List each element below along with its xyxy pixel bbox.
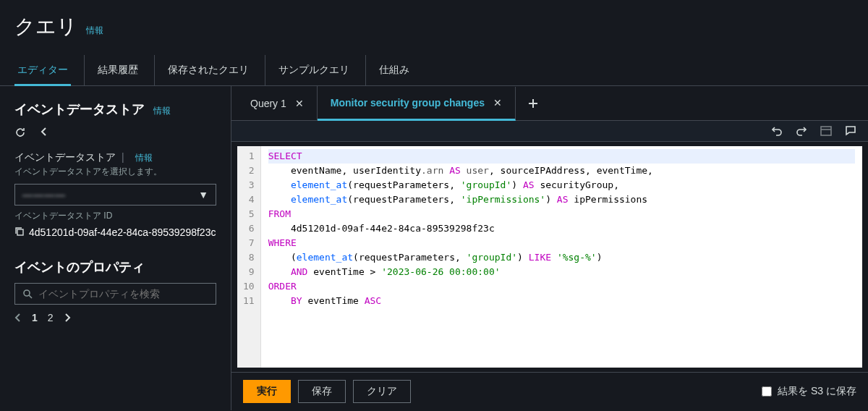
search-icon (22, 289, 33, 299)
svg-rect-0 (17, 229, 23, 235)
file-tab-query1[interactable]: Query 1 ✕ (237, 86, 318, 120)
page-info-link[interactable]: 情報 (86, 25, 103, 35)
tab-editor[interactable]: エディター (14, 55, 71, 85)
tab-history[interactable]: 結果履歴 (84, 55, 141, 85)
save-to-s3-checkbox[interactable]: 結果を S3 に保存 (762, 385, 856, 398)
tab-saved[interactable]: 保存されたクエリ (154, 55, 252, 85)
datastore-id-label: イベントデータストア ID (14, 210, 216, 222)
file-tab-label: Monitor security group changes (331, 97, 485, 109)
refresh-icon[interactable] (14, 127, 26, 138)
datastore-select[interactable]: ———— ▼ (14, 184, 216, 206)
pager-next-icon[interactable] (64, 313, 71, 322)
tab-how[interactable]: 仕組み (365, 55, 412, 85)
close-icon[interactable]: ✕ (493, 97, 502, 109)
datastore-selected-value: ———— (22, 189, 66, 200)
property-search[interactable] (14, 283, 216, 305)
properties-title: イベントのプロパティ (14, 258, 145, 276)
add-tab-button[interactable] (516, 98, 550, 109)
page-title: クエリ (14, 13, 77, 41)
tab-sample[interactable]: サンプルクエリ (265, 55, 352, 85)
datastore-info-link[interactable]: 情報 (153, 106, 171, 116)
code-editor[interactable]: 1234567891011 SELECT eventName, userIden… (237, 146, 862, 368)
main-tabs: エディター 結果履歴 保存されたクエリ サンプルクエリ 仕組み (0, 55, 868, 86)
file-tab-monitor[interactable]: Monitor security group changes ✕ (318, 87, 516, 121)
format-icon[interactable] (820, 126, 832, 136)
back-icon[interactable] (39, 127, 49, 138)
copy-icon[interactable] (14, 226, 25, 237)
datastore-label: イベントデータストア (14, 151, 116, 163)
svg-point-1 (24, 290, 30, 296)
datastore-title: イベントデータストア (14, 101, 145, 118)
undo-icon[interactable] (771, 125, 783, 137)
save-button[interactable]: 保存 (298, 380, 346, 403)
redo-icon[interactable] (796, 125, 807, 137)
pager-prev-icon[interactable] (14, 313, 22, 322)
close-icon[interactable]: ✕ (295, 98, 304, 109)
comment-icon[interactable] (845, 125, 856, 137)
datastore-hint: イベントデータストアを選択します。 (14, 166, 216, 178)
run-button[interactable]: 実行 (243, 380, 291, 403)
svg-rect-2 (821, 127, 831, 135)
pager-page-2[interactable]: 2 (48, 312, 54, 323)
save-to-s3-label: 結果を S3 に保存 (778, 385, 856, 398)
chevron-down-icon: ▼ (198, 189, 208, 200)
clear-button[interactable]: クリア (353, 380, 411, 403)
pager-page-1[interactable]: 1 (32, 312, 38, 323)
datastore-label-info[interactable]: 情報 (135, 153, 153, 163)
file-tab-label: Query 1 (250, 98, 286, 109)
save-to-s3-input[interactable] (762, 386, 772, 397)
property-search-input[interactable] (38, 288, 208, 300)
datastore-id-value: 4d51201d-09af-44e2-84ca-89539298f23c (29, 226, 216, 238)
